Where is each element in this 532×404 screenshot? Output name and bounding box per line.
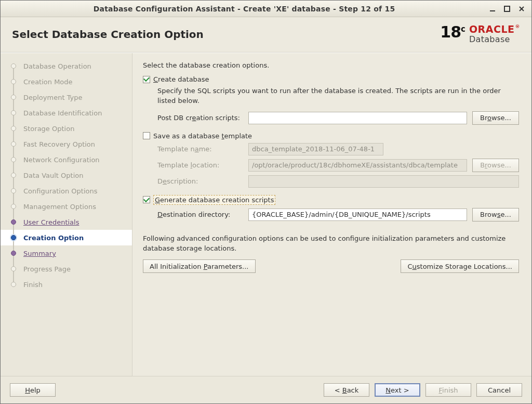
create-database-section: Specify the SQL scripts you want to run … bbox=[157, 86, 519, 125]
template-name-input bbox=[248, 143, 383, 155]
template-location-input bbox=[248, 159, 467, 172]
wizard-step-label: Storage Option bbox=[23, 125, 74, 133]
brand-version: 18c bbox=[440, 24, 465, 40]
svg-rect-1 bbox=[504, 6, 510, 11]
generate-scripts-section: Destination directory: Browse... bbox=[157, 208, 519, 221]
step-dot-icon bbox=[11, 110, 16, 115]
post-db-scripts-input[interactable] bbox=[248, 112, 467, 124]
page-header: Select Database Creation Option 18c ORAC… bbox=[1, 17, 531, 53]
post-db-scripts-label: Post DB creation scripts: bbox=[157, 114, 243, 122]
destination-directory-browse-button[interactable]: Browse... bbox=[472, 208, 519, 221]
wizard-step-14: Finish bbox=[1, 277, 132, 292]
post-db-scripts-row: Post DB creation scripts: Browse... bbox=[157, 111, 519, 125]
wizard-step-7: Data Vault Option bbox=[1, 167, 132, 183]
customize-storage-button[interactable]: Customize Storage Locations... bbox=[401, 259, 519, 273]
save-template-section: Template name: Template location: Browse… bbox=[157, 143, 519, 188]
template-location-browse-button: Browse... bbox=[472, 159, 519, 172]
close-icon bbox=[518, 6, 525, 12]
maximize-button[interactable] bbox=[501, 3, 513, 15]
wizard-step-10[interactable]: User Credentials bbox=[1, 214, 132, 230]
step-dot-icon bbox=[11, 173, 16, 178]
save-template-checkbox-row[interactable]: Save as a database template bbox=[143, 132, 519, 140]
body: Database OperationCreation ModeDeploymen… bbox=[1, 53, 531, 376]
advanced-note: Following advanced configuration options… bbox=[143, 234, 519, 254]
wizard-step-label[interactable]: User Credentials bbox=[23, 218, 79, 226]
close-button[interactable] bbox=[516, 3, 527, 15]
generate-scripts-checkbox-row[interactable]: Generate database creation scripts bbox=[143, 195, 519, 205]
wizard-step-label: Network Configuration bbox=[23, 156, 100, 164]
wizard-step-label: Database Identification bbox=[23, 109, 102, 117]
wizard-step-label: Creation Mode bbox=[23, 78, 73, 86]
wizard-step-label: Configuration Options bbox=[23, 187, 97, 195]
svg-rect-0 bbox=[490, 10, 495, 11]
next-button[interactable]: Next > bbox=[375, 383, 420, 397]
save-template-checkbox[interactable] bbox=[143, 132, 150, 139]
step-dot-icon bbox=[11, 235, 16, 240]
template-description-input bbox=[248, 175, 519, 188]
step-dot-icon bbox=[11, 79, 16, 84]
brand-subword: Database bbox=[469, 35, 520, 44]
step-dot-icon bbox=[11, 266, 16, 271]
minimize-button[interactable] bbox=[487, 3, 498, 15]
title-bar: Database Configuration Assistant - Creat… bbox=[1, 1, 531, 17]
step-dot-icon bbox=[11, 141, 16, 147]
template-name-label: Template name: bbox=[157, 145, 243, 153]
wizard-step-2: Deployment Type bbox=[1, 89, 132, 105]
post-db-scripts-browse-button[interactable]: Browse... bbox=[472, 111, 519, 125]
wizard-step-label: Finish bbox=[23, 281, 43, 289]
wizard-step-8: Configuration Options bbox=[1, 183, 132, 199]
template-location-label: Template location: bbox=[157, 161, 243, 169]
finish-button: Finish bbox=[425, 383, 471, 397]
step-dot-icon bbox=[11, 126, 16, 131]
wizard-step-label: Creation Option bbox=[23, 234, 84, 242]
template-description-label: Description: bbox=[157, 177, 243, 185]
wizard-step-label: Fast Recovery Option bbox=[23, 140, 95, 148]
wizard-step-label: Management Options bbox=[23, 203, 96, 211]
app-window: Database Configuration Assistant - Creat… bbox=[0, 0, 532, 404]
help-button[interactable]: Help bbox=[10, 383, 56, 397]
save-template-label: Save as a database template bbox=[153, 132, 252, 140]
all-init-params-button[interactable]: All Initialization Parameters... bbox=[143, 259, 256, 273]
create-database-label: Create database bbox=[153, 75, 209, 83]
create-database-checkbox-row[interactable]: Create database bbox=[143, 75, 519, 83]
destination-directory-input[interactable] bbox=[248, 208, 467, 221]
step-dot-icon bbox=[11, 188, 16, 193]
wizard-step-9: Management Options bbox=[1, 199, 132, 214]
step-dot-icon bbox=[11, 157, 16, 162]
wizard-step-6: Network Configuration bbox=[1, 152, 132, 167]
back-button[interactable]: < Back bbox=[324, 383, 369, 397]
advanced-buttons-row: All Initialization Parameters... Customi… bbox=[143, 259, 519, 273]
wizard-step-label: Progress Page bbox=[23, 265, 71, 273]
window-title: Database Configuration Assistant - Creat… bbox=[5, 5, 484, 13]
destination-directory-label: Destination directory: bbox=[157, 211, 243, 218]
step-dot-icon bbox=[11, 219, 16, 225]
wizard-step-label: Database Operation bbox=[23, 62, 91, 70]
wizard-step-label: Deployment Type bbox=[23, 94, 83, 101]
maximize-icon bbox=[504, 6, 510, 12]
generate-scripts-label: Generate database creation scripts bbox=[153, 195, 275, 205]
wizard-step-1: Creation Mode bbox=[1, 74, 132, 89]
wizard-step-5: Fast Recovery Option bbox=[1, 136, 132, 152]
step-dot-icon bbox=[11, 282, 16, 287]
wizard-step-13: Progress Page bbox=[1, 261, 132, 277]
oracle-logo: 18c ORACLE® Database bbox=[440, 24, 520, 44]
create-database-desc: Specify the SQL scripts you want to run … bbox=[157, 86, 519, 106]
wizard-footer: Help < Back Next > Finish Cancel bbox=[1, 376, 531, 403]
step-dot-icon bbox=[11, 251, 16, 256]
page-title: Select Database Creation Option bbox=[12, 28, 204, 41]
wizard-step-3: Database Identification bbox=[1, 105, 132, 121]
step-dot-icon bbox=[11, 204, 16, 209]
intro-text: Select the database creation options. bbox=[143, 61, 519, 69]
minimize-icon bbox=[489, 6, 496, 12]
main-panel: Select the database creation options. Cr… bbox=[132, 53, 531, 376]
cancel-button[interactable]: Cancel bbox=[476, 383, 522, 397]
step-dot-icon bbox=[11, 63, 16, 69]
wizard-step-label[interactable]: Summary bbox=[23, 250, 56, 257]
wizard-step-label: Data Vault Option bbox=[23, 172, 84, 179]
create-database-checkbox[interactable] bbox=[143, 76, 150, 83]
brand-word: ORACLE® bbox=[469, 24, 520, 34]
wizard-step-11: Creation Option bbox=[1, 230, 132, 245]
wizard-step-12[interactable]: Summary bbox=[1, 245, 132, 261]
generate-scripts-checkbox[interactable] bbox=[143, 196, 150, 203]
wizard-step-4: Storage Option bbox=[1, 121, 132, 136]
